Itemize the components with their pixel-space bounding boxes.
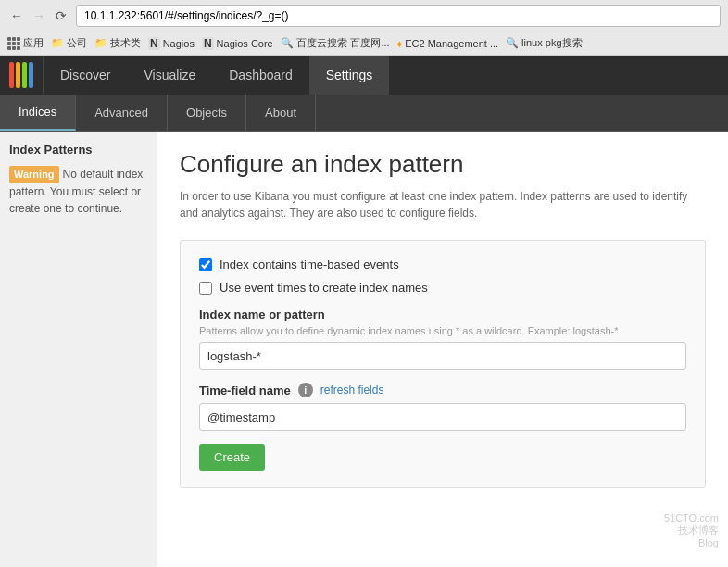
form-card: Index contains time-based events Use eve… [180, 240, 706, 488]
bookmark-baidu[interactable]: 🔍 百度云搜索-百度网... [281, 36, 390, 50]
main-content: Index Patterns WarningNo default index p… [0, 132, 728, 567]
index-name-label: Index name or pattern [199, 308, 686, 321]
bookmark-baidu-label: 百度云搜索-百度网... [296, 36, 390, 50]
bookmark-nagios-core-label: Nagios Core [217, 38, 273, 49]
nav-visualize[interactable]: Visualize [127, 56, 212, 94]
folder-icon: 📁 [51, 37, 64, 49]
index-name-hint: Patterns allow you to define dynamic ind… [199, 325, 686, 336]
apps-icon [7, 37, 20, 50]
nav-discover[interactable]: Discover [44, 56, 127, 94]
checkbox-time-based[interactable]: Index contains time-based events [199, 258, 686, 271]
nav-settings[interactable]: Settings [309, 56, 390, 94]
page-description: In order to use Kibana you must configur… [180, 188, 706, 221]
bookmarks-bar: 应用 📁 公司 📁 技术类 N Nagios N Nagios Core 🔍 百… [0, 32, 728, 56]
info-icon[interactable]: i [298, 383, 313, 397]
bookmark-nagios[interactable]: N Nagios [148, 37, 195, 50]
checkbox-event-times-input[interactable] [199, 282, 212, 295]
checkbox-event-times[interactable]: Use event times to create index names [199, 281, 686, 295]
create-button[interactable]: Create [199, 444, 265, 471]
warning-badge: Warning [9, 166, 59, 183]
sidebar: Index Patterns WarningNo default index p… [0, 132, 157, 567]
time-field-input[interactable] [199, 403, 686, 431]
page-title: Configure an index pattern [180, 150, 706, 179]
checkbox-event-times-label: Use event times to create index names [220, 281, 428, 295]
subnav-objects[interactable]: Objects [168, 94, 246, 131]
bookmark-linux-pkg[interactable]: 🔍 linux pkg搜索 [506, 36, 582, 50]
bookmark-ec2[interactable]: ♦ EC2 Management ... [397, 38, 499, 49]
sidebar-title: Index Patterns [9, 143, 147, 157]
subnav-advanced[interactable]: Advanced [76, 94, 168, 131]
bookmark-company[interactable]: 📁 公司 [51, 36, 87, 50]
time-field-label: Time-field name [199, 384, 291, 397]
logo-stripe-3 [22, 62, 27, 88]
bookmark-tech[interactable]: 📁 技术类 [94, 36, 141, 50]
n-icon-2: N [202, 37, 214, 50]
bookmark-ec2-label: EC2 Management ... [405, 38, 498, 49]
reload-button[interactable]: ⟳ [52, 6, 70, 25]
folder-icon: 📁 [94, 37, 107, 49]
checkbox-time-based-input[interactable] [199, 258, 212, 271]
index-name-group: Index name or pattern Patterns allow you… [199, 308, 686, 370]
apps-label: 应用 [23, 36, 44, 50]
logo-stripe-1 [9, 62, 14, 88]
bookmark-tech-label: 技术类 [110, 36, 141, 50]
forward-button[interactable]: → [30, 6, 48, 25]
back-button[interactable]: ← [7, 6, 26, 25]
kibana-logo [0, 56, 44, 94]
checkbox-time-based-label: Index contains time-based events [220, 258, 399, 271]
linux-search-icon: 🔍 [506, 37, 519, 49]
time-field-label-row: Time-field name i refresh fields [199, 383, 686, 397]
bookmark-nagios-label: Nagios [163, 38, 195, 49]
time-field-group: Time-field name i refresh fields [199, 383, 686, 431]
content-panel: Configure an index pattern In order to u… [157, 132, 728, 567]
bookmark-nagios-core[interactable]: N Nagios Core [202, 37, 273, 50]
warning-text: WarningNo default index pattern. You mus… [9, 166, 147, 217]
browser-bar: ← → ⟳ [0, 0, 728, 32]
nav-dashboard[interactable]: Dashboard [212, 56, 309, 94]
address-bar[interactable] [76, 5, 721, 27]
logo-stripes [9, 62, 33, 88]
logo-stripe-4 [29, 62, 33, 88]
subnav-about[interactable]: About [246, 94, 316, 131]
kibana-nav-items: Discover Visualize Dashboard Settings [44, 56, 389, 94]
subnav-indices[interactable]: Indices [0, 94, 76, 131]
refresh-fields-link[interactable]: refresh fields [320, 384, 384, 397]
n-icon: N [148, 37, 160, 50]
settings-subnav: Indices Advanced Objects About [0, 94, 728, 132]
nav-buttons: ← → ⟳ [7, 6, 70, 25]
search-icon: 🔍 [281, 37, 294, 49]
bookmark-linux-pkg-label: linux pkg搜索 [521, 36, 582, 50]
kibana-nav: Discover Visualize Dashboard Settings [0, 56, 728, 94]
apps-bookmark[interactable]: 应用 [7, 36, 44, 50]
index-name-input[interactable] [199, 342, 686, 370]
bookmark-company-label: 公司 [67, 36, 87, 50]
logo-stripe-2 [16, 62, 20, 88]
ec2-icon: ♦ [397, 38, 403, 49]
